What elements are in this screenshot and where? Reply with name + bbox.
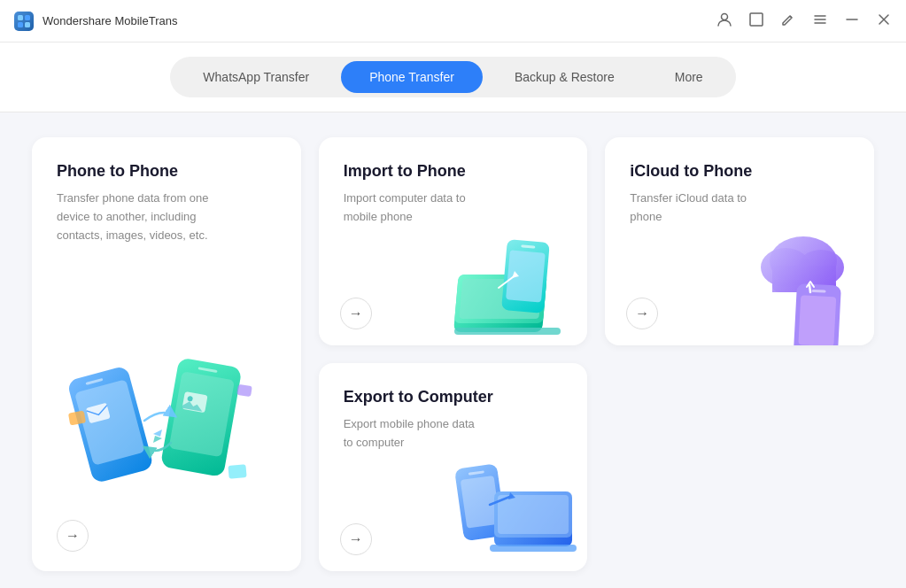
- main-content: Phone to Phone Transfer phone data from …: [0, 112, 906, 588]
- card-phone-to-phone-desc: Transfer phone data from one device to a…: [57, 190, 216, 244]
- card-icloud-to-phone[interactable]: iCloud to Phone Transfer iCloud data to …: [605, 137, 874, 345]
- icloud-illustration: [737, 221, 870, 345]
- svg-rect-7: [74, 379, 145, 466]
- svg-rect-23: [506, 250, 546, 302]
- tab-more[interactable]: More: [647, 61, 732, 93]
- card-icloud-title: iCloud to Phone: [630, 162, 849, 181]
- card-phone-to-phone-arrow[interactable]: →: [57, 520, 89, 552]
- card-export-title: Export to Computer: [344, 388, 563, 406]
- phone-to-phone-illustration: [60, 350, 273, 518]
- app-title: Wondershare MobileTrans: [43, 14, 177, 27]
- app-icon: [14, 12, 34, 31]
- nav-bar: WhatsApp Transfer Phone Transfer Backup …: [0, 43, 906, 112]
- title-bar-left: Wondershare MobileTrans: [14, 12, 177, 31]
- title-bar: Wondershare MobileTrans: [0, 0, 906, 43]
- svg-rect-2: [18, 22, 23, 27]
- card-export-arrow[interactable]: →: [340, 523, 372, 555]
- card-export-to-computer[interactable]: Export to Computer Export mobile phone d…: [319, 363, 588, 571]
- export-illustration: [441, 447, 583, 571]
- svg-rect-21: [454, 328, 561, 335]
- svg-rect-3: [25, 22, 30, 27]
- svg-point-4: [722, 13, 728, 19]
- card-import-to-phone[interactable]: Import to Phone Import computer data to …: [319, 137, 588, 345]
- card-import-title: Import to Phone: [344, 162, 563, 181]
- svg-rect-39: [490, 545, 577, 552]
- svg-rect-38: [498, 495, 569, 534]
- card-import-arrow[interactable]: →: [340, 298, 372, 329]
- svg-rect-31: [798, 295, 836, 345]
- card-icloud-desc: Transfer iCloud data to phone: [630, 190, 754, 227]
- card-phone-to-phone[interactable]: Phone to Phone Transfer phone data from …: [32, 137, 301, 571]
- close-icon[interactable]: [876, 12, 892, 31]
- cards-grid: Phone to Phone Transfer phone data from …: [32, 137, 874, 571]
- svg-rect-0: [18, 15, 23, 20]
- nav-tabs: WhatsApp Transfer Phone Transfer Backup …: [170, 57, 735, 97]
- tab-phone[interactable]: Phone Transfer: [341, 61, 483, 93]
- svg-rect-16: [236, 384, 252, 397]
- window-icon[interactable]: [748, 12, 764, 31]
- menu-icon[interactable]: [812, 12, 828, 31]
- svg-rect-17: [228, 464, 246, 479]
- window-controls: [716, 12, 892, 31]
- import-illustration: [450, 221, 583, 345]
- tab-whatsapp[interactable]: WhatsApp Transfer: [174, 61, 337, 93]
- card-icloud-arrow[interactable]: →: [626, 298, 658, 329]
- svg-rect-5: [750, 13, 763, 26]
- card-phone-to-phone-title: Phone to Phone: [57, 162, 276, 181]
- edit-icon[interactable]: [780, 12, 796, 31]
- svg-rect-1: [25, 15, 30, 20]
- tab-backup[interactable]: Backup & Restore: [486, 61, 643, 93]
- profile-icon[interactable]: [716, 12, 732, 31]
- minimize-icon[interactable]: [844, 12, 860, 31]
